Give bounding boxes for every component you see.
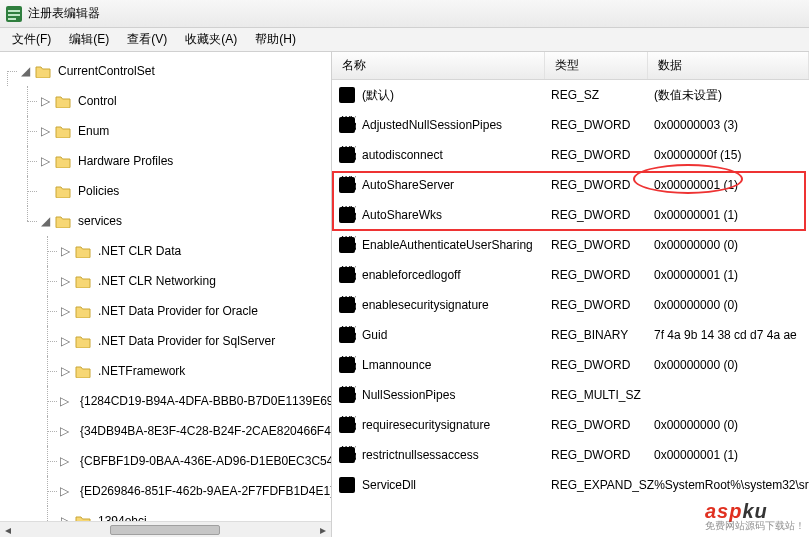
value-type: REG_DWORD bbox=[551, 208, 654, 222]
expand-icon[interactable]: ▷ bbox=[60, 396, 69, 407]
menu-bar: 文件(F) 编辑(E) 查看(V) 收藏夹(A) 帮助(H) bbox=[0, 28, 809, 52]
folder-icon bbox=[75, 274, 91, 288]
folder-icon bbox=[75, 304, 91, 318]
tree-label: {ED269846-851F-462b-9AEA-2F7FDFB1D4E1} bbox=[77, 483, 332, 499]
expand-icon[interactable]: ▷ bbox=[60, 366, 71, 377]
tree-node-service-child[interactable]: ▷{ED269846-851F-462b-9AEA-2F7FDFB1D4E1} bbox=[60, 476, 331, 506]
tree-node-service-child[interactable]: ▷{34DB94BA-8E3F-4C28-B24F-2CAE820466F4} bbox=[60, 416, 331, 446]
expand-icon[interactable]: ▷ bbox=[40, 156, 51, 167]
value-row[interactable]: (默认)REG_SZ(数值未设置) bbox=[332, 80, 809, 110]
tree-label: Enum bbox=[75, 123, 112, 139]
menu-view[interactable]: 查看(V) bbox=[119, 28, 175, 51]
value-row[interactable]: enableforcedlogoffREG_DWORD0x00000001 (1… bbox=[332, 260, 809, 290]
value-name: NullSessionPipes bbox=[362, 388, 551, 402]
value-data: 0x00000001 (1) bbox=[654, 178, 809, 192]
tree-node-hardware-profiles[interactable]: ▷ Hardware Profiles bbox=[40, 146, 331, 176]
value-type: REG_DWORD bbox=[551, 268, 654, 282]
tree-label: .NET CLR Data bbox=[95, 243, 184, 259]
value-type: REG_SZ bbox=[551, 88, 654, 102]
expand-icon[interactable]: ▷ bbox=[60, 276, 71, 287]
value-name: Guid bbox=[362, 328, 551, 342]
value-data: 0x00000001 (1) bbox=[654, 448, 809, 462]
expand-icon[interactable]: ▷ bbox=[40, 126, 51, 137]
value-type: REG_DWORD bbox=[551, 178, 654, 192]
tree-label: .NET CLR Networking bbox=[95, 273, 219, 289]
value-row[interactable]: AutoShareWksREG_DWORD0x00000001 (1) bbox=[332, 200, 809, 230]
expand-icon[interactable]: ▷ bbox=[60, 246, 71, 257]
expand-icon[interactable]: ▷ bbox=[40, 96, 51, 107]
column-headers: 名称 类型 数据 bbox=[332, 52, 809, 80]
menu-help[interactable]: 帮助(H) bbox=[247, 28, 304, 51]
value-data: (数值未设置) bbox=[654, 87, 809, 104]
value-row[interactable]: EnableAuthenticateUserSharingREG_DWORD0x… bbox=[332, 230, 809, 260]
value-row[interactable]: AdjustedNullSessionPipesREG_DWORD0x00000… bbox=[332, 110, 809, 140]
binary-value-icon bbox=[338, 176, 356, 194]
folder-icon bbox=[75, 364, 91, 378]
string-value-icon bbox=[338, 476, 356, 494]
tree-node-services[interactable]: ◢ services bbox=[40, 206, 331, 236]
value-row[interactable]: enablesecuritysignatureREG_DWORD0x000000… bbox=[332, 290, 809, 320]
tree-node-enum[interactable]: ▷ Enum bbox=[40, 116, 331, 146]
value-row[interactable]: requiresecuritysignatureREG_DWORD0x00000… bbox=[332, 410, 809, 440]
value-row[interactable]: GuidREG_BINARY7f 4a 9b 14 38 cd d7 4a ae bbox=[332, 320, 809, 350]
collapse-icon[interactable]: ◢ bbox=[20, 66, 31, 77]
tree-node-service-child[interactable]: ▷{CBFBF1D9-0BAA-436E-AD96-D1EB0EC3C548} bbox=[60, 446, 331, 476]
value-data: 0x00000001 (1) bbox=[654, 208, 809, 222]
tree-node-service-child[interactable]: ▷{1284CD19-B94A-4DFA-BBB0-B7D0E1139E69} bbox=[60, 386, 331, 416]
value-row[interactable]: ServiceDllREG_EXPAND_SZ%SystemRoot%\syst… bbox=[332, 470, 809, 500]
scroll-right-icon[interactable]: ▸ bbox=[315, 522, 331, 538]
value-data: 0x00000000 (0) bbox=[654, 418, 809, 432]
tree-node-currentcontrolset[interactable]: ◢ CurrentControlSet bbox=[20, 56, 331, 86]
col-header-type[interactable]: 类型 bbox=[545, 52, 648, 79]
tree-node-control[interactable]: ▷ Control bbox=[40, 86, 331, 116]
expand-icon[interactable]: ▷ bbox=[60, 306, 71, 317]
value-data: 0x0000000f (15) bbox=[654, 148, 809, 162]
scrollbar-thumb[interactable] bbox=[110, 525, 220, 535]
tree-node-service-child[interactable]: ▷.NET CLR Data bbox=[60, 236, 331, 266]
folder-icon bbox=[55, 214, 71, 228]
value-row[interactable]: autodisconnectREG_DWORD0x0000000f (15) bbox=[332, 140, 809, 170]
menu-favorites[interactable]: 收藏夹(A) bbox=[177, 28, 245, 51]
value-name: AdjustedNullSessionPipes bbox=[362, 118, 551, 132]
expand-icon[interactable]: ▷ bbox=[60, 426, 69, 437]
tree-label: Control bbox=[75, 93, 120, 109]
binary-value-icon bbox=[338, 146, 356, 164]
tree-node-service-child[interactable]: ▷.NET CLR Networking bbox=[60, 266, 331, 296]
tree-label: {34DB94BA-8E3F-4C28-B24F-2CAE820466F4} bbox=[77, 423, 332, 439]
collapse-icon[interactable]: ◢ bbox=[40, 216, 51, 227]
expand-icon[interactable]: ▷ bbox=[60, 336, 71, 347]
tree-label: Policies bbox=[75, 183, 122, 199]
tree-label: .NET Data Provider for SqlServer bbox=[95, 333, 278, 349]
expand-icon[interactable]: ▷ bbox=[60, 456, 69, 467]
tree-label: .NETFramework bbox=[95, 363, 188, 379]
value-name: restrictnullsessaccess bbox=[362, 448, 551, 462]
binary-value-icon bbox=[338, 116, 356, 134]
tree-node-service-child[interactable]: ▷.NETFramework bbox=[60, 356, 331, 386]
folder-icon bbox=[55, 124, 71, 138]
value-row[interactable]: restrictnullsessaccessREG_DWORD0x0000000… bbox=[332, 440, 809, 470]
horizontal-scrollbar[interactable]: ◂ ▸ bbox=[0, 521, 331, 537]
folder-icon bbox=[75, 334, 91, 348]
col-header-data[interactable]: 数据 bbox=[648, 52, 809, 79]
value-row[interactable]: LmannounceREG_DWORD0x00000000 (0) bbox=[332, 350, 809, 380]
tree-label: CurrentControlSet bbox=[55, 63, 158, 79]
binary-value-icon bbox=[338, 296, 356, 314]
value-row[interactable]: NullSessionPipesREG_MULTI_SZ bbox=[332, 380, 809, 410]
col-header-name[interactable]: 名称 bbox=[332, 52, 545, 79]
value-row[interactable]: AutoShareServerREG_DWORD0x00000001 (1) bbox=[332, 170, 809, 200]
binary-value-icon bbox=[338, 386, 356, 404]
binary-value-icon bbox=[338, 236, 356, 254]
string-value-icon bbox=[338, 86, 356, 104]
menu-file[interactable]: 文件(F) bbox=[4, 28, 59, 51]
expand-icon[interactable]: ▷ bbox=[60, 486, 69, 497]
tree-node-service-child[interactable]: ▷.NET Data Provider for SqlServer bbox=[60, 326, 331, 356]
tree-node-service-child[interactable]: ▷.NET Data Provider for Oracle bbox=[60, 296, 331, 326]
value-type: REG_DWORD bbox=[551, 238, 654, 252]
tree-node-policies[interactable]: Policies bbox=[40, 176, 331, 206]
folder-icon bbox=[75, 244, 91, 258]
scroll-left-icon[interactable]: ◂ bbox=[0, 522, 16, 538]
tree-label: .NET Data Provider for Oracle bbox=[95, 303, 261, 319]
value-name: AutoShareServer bbox=[362, 178, 551, 192]
value-name: ServiceDll bbox=[362, 478, 551, 492]
menu-edit[interactable]: 编辑(E) bbox=[61, 28, 117, 51]
